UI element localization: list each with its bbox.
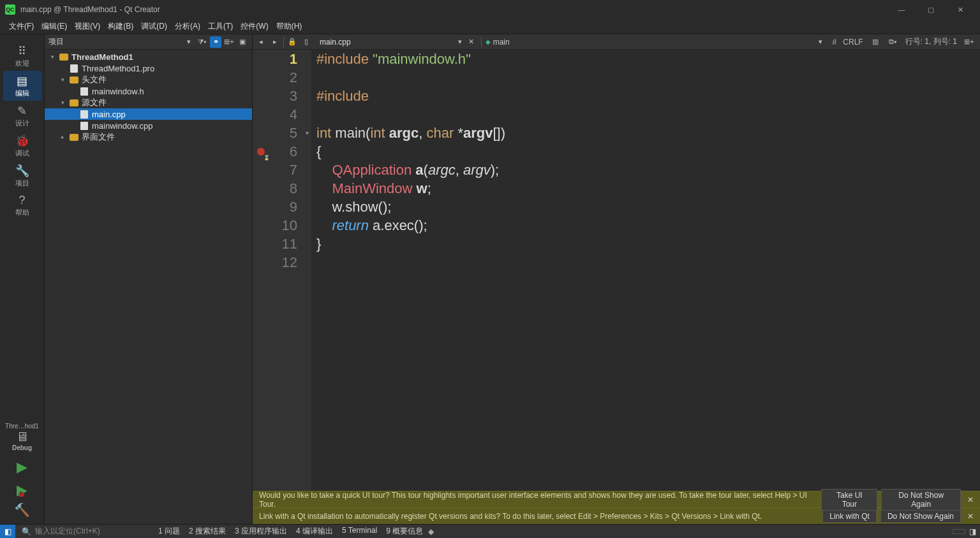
tree-item[interactable]: main.cpp: [45, 108, 252, 120]
output-pane-tab[interactable]: 3 应用程序输出: [235, 526, 287, 537]
mode-欢迎[interactable]: ⠿欢迎: [3, 41, 41, 71]
close-panel-icon[interactable]: ▣: [237, 36, 248, 48]
menu-item[interactable]: 调试(D): [137, 20, 171, 33]
nav-back-icon[interactable]: ◂: [255, 36, 267, 48]
locator-input[interactable]: 🔍 输入以定位(Ctrl+K): [18, 526, 145, 537]
symbol-icon: ◆: [486, 38, 491, 45]
mode-设计[interactable]: ✎设计: [3, 101, 41, 131]
close-icon[interactable]: ✕: [967, 512, 974, 521]
add-pane-icon[interactable]: ⊞+: [963, 36, 975, 48]
file-dropdown-icon[interactable]: ▾: [454, 36, 466, 48]
minimize-icon[interactable]: —: [887, 0, 916, 19]
build-button[interactable]: 🔨: [14, 502, 30, 518]
infobar-dismiss-button[interactable]: Do Not Show Again: [880, 510, 961, 523]
panel-title: 项目: [48, 36, 183, 47]
app-logo: QC: [5, 4, 15, 15]
config-label: Debug: [12, 444, 32, 451]
tree-item[interactable]: mainwindow.cpp: [45, 120, 252, 131]
output-pane-tab[interactable]: 2 搜索结果: [189, 526, 226, 537]
symbol-crumb[interactable]: main: [493, 38, 510, 47]
info-bar: Would you like to take a quick UI tour? …: [253, 491, 980, 507]
tree-item[interactable]: ThreadMethod1.pro: [45, 62, 252, 74]
output-pane-tab[interactable]: 1 问题: [158, 526, 180, 537]
window-title: main.cpp @ ThreadMethod1 - Qt Creator: [20, 5, 160, 14]
menu-item[interactable]: 帮助(H): [272, 20, 306, 33]
target-label: Thre…hod1: [5, 423, 39, 430]
search-icon: 🔍: [22, 527, 31, 536]
menu-item[interactable]: 工具(T): [204, 20, 237, 33]
editor-toolbar: ◂ ▸ 🔒 ▯ main.cpp ▾ ✕ ◆ main ▾ # CRLF ▥ ⧉…: [253, 34, 980, 50]
file-icon: ▯: [301, 36, 312, 48]
menu-item[interactable]: 视图(V): [71, 20, 104, 33]
split-icon[interactable]: ▥: [870, 36, 881, 48]
close-icon[interactable]: ✕: [967, 495, 974, 504]
dropdown-icon[interactable]: ▾: [183, 36, 195, 48]
filter-icon[interactable]: ⧩▾: [197, 36, 208, 48]
tree-item[interactable]: ▾ThreadMethod1: [45, 51, 252, 62]
editor-area: ◂ ▸ 🔒 ▯ main.cpp ▾ ✕ ◆ main ▾ # CRLF ▥ ⧉…: [253, 34, 980, 524]
crumb-dropdown-icon[interactable]: ▾: [815, 36, 826, 48]
progress-bar: [953, 529, 965, 534]
info-bar: Link with a Qt installation to automatic…: [253, 507, 980, 524]
locator-placeholder: 输入以定位(Ctrl+K): [35, 526, 100, 537]
breakpoint-icon[interactable]: [257, 148, 265, 156]
encoding-label[interactable]: CRLF: [843, 38, 863, 47]
add-split-icon[interactable]: ⊞+: [223, 36, 235, 48]
maximize-icon[interactable]: ▢: [916, 0, 946, 19]
close-icon[interactable]: ✕: [946, 0, 975, 19]
tree-item[interactable]: ▸界面文件: [45, 131, 252, 143]
cursor-position[interactable]: 行号: 1, 列号: 1: [905, 36, 957, 47]
infobar-action-button[interactable]: Take UI Tour: [821, 489, 877, 511]
output-pane-tab[interactable]: 4 编译输出: [296, 526, 333, 537]
mode-bar: ⠿欢迎▤编辑✎设计🐞调试🔧项目?帮助 Thre…hod1 🖥 Debug ▶ ▶…: [0, 34, 45, 524]
menu-item[interactable]: 控件(W): [237, 20, 272, 33]
infobar-dismiss-button[interactable]: Do Not Show Again: [881, 489, 961, 511]
tree-item[interactable]: ▾头文件: [45, 74, 252, 85]
right-sidebar-toggle-icon[interactable]: ◨: [969, 527, 976, 536]
output-pane-tab[interactable]: 9 概要信息: [386, 526, 423, 537]
tree-item[interactable]: mainwindow.h: [45, 85, 252, 97]
menu-item[interactable]: 构建(B): [104, 20, 137, 33]
run-debug-button[interactable]: ▶🐞: [17, 482, 27, 498]
menubar: 文件(F)编辑(E)视图(V)构建(B)调试(D)分析(A)工具(T)控件(W)…: [0, 19, 980, 34]
mode-帮助[interactable]: ?帮助: [3, 191, 41, 221]
infobar-action-button[interactable]: Link with Qt: [822, 510, 877, 523]
output-dropdown-icon[interactable]: ◆: [428, 527, 434, 536]
kit-selector[interactable]: Thre…hod1 🖥 Debug: [3, 423, 41, 451]
code-editor[interactable]: 123456789101112 ▾ #include "mainwindow.h…: [253, 50, 980, 491]
hash-label[interactable]: #: [833, 38, 837, 47]
project-tree[interactable]: ▾ThreadMethod1ThreadMethod1.pro▾头文件mainw…: [45, 50, 252, 524]
titlebar: QC main.cpp @ ThreadMethod1 - Qt Creator…: [0, 0, 980, 19]
mode-项目[interactable]: 🔧项目: [3, 161, 41, 191]
tree-item[interactable]: ▾源文件: [45, 97, 252, 108]
output-pane-tab[interactable]: 5 Terminal: [342, 526, 377, 537]
nav-fwd-icon[interactable]: ▸: [269, 36, 281, 48]
lock-icon[interactable]: 🔒: [286, 36, 298, 48]
project-panel: 项目 ▾ ⧩▾ ⚭ ⊞+ ▣ ▾ThreadMethod1ThreadMetho…: [45, 34, 253, 524]
menu-item[interactable]: 编辑(E): [38, 20, 71, 33]
split-menu-icon[interactable]: ⧉▾: [887, 36, 899, 48]
sidebar-toggle-icon[interactable]: ◧: [0, 525, 15, 538]
close-file-icon[interactable]: ✕: [466, 36, 477, 48]
link-icon[interactable]: ⚭: [210, 36, 221, 48]
file-name[interactable]: main.cpp: [315, 38, 356, 47]
mode-调试[interactable]: 🐞调试: [3, 131, 41, 161]
menu-item[interactable]: 分析(A): [171, 20, 204, 33]
menu-item[interactable]: 文件(F): [5, 20, 38, 33]
mode-编辑[interactable]: ▤编辑: [3, 71, 41, 101]
statusbar: ◧ 🔍 输入以定位(Ctrl+K) 1 问题2 搜索结果3 应用程序输出4 编译…: [0, 524, 980, 538]
run-button[interactable]: ▶: [17, 459, 27, 476]
